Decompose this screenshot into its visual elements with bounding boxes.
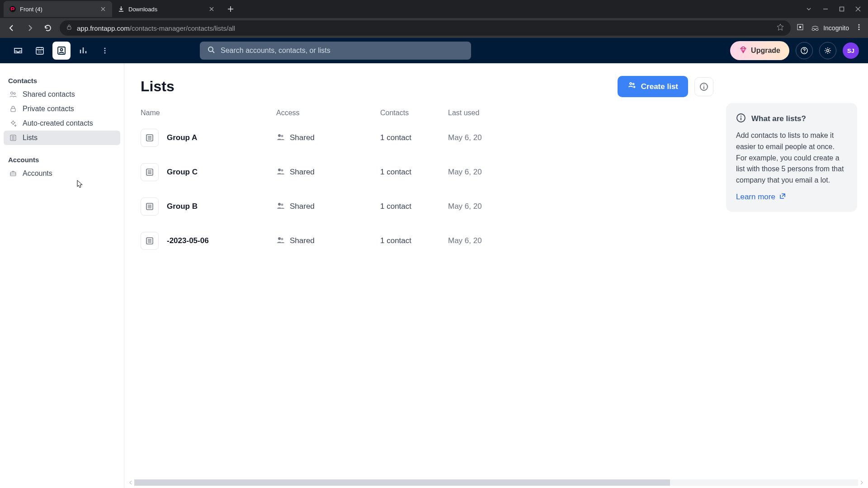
upgrade-label: Upgrade xyxy=(751,47,780,55)
svg-rect-2 xyxy=(67,27,71,29)
svg-point-40 xyxy=(278,237,281,240)
people-icon xyxy=(276,201,285,212)
scrollbar-thumb[interactable] xyxy=(134,479,670,486)
table-row[interactable]: Group A Shared 1 contact May 6, 20 xyxy=(141,121,713,155)
svg-point-16 xyxy=(104,52,106,54)
nav-calendar-icon[interactable]: 31 xyxy=(31,42,49,60)
maximize-icon[interactable] xyxy=(839,6,844,12)
scroll-left-icon[interactable] xyxy=(127,479,134,486)
upgrade-button[interactable]: Upgrade xyxy=(730,41,789,60)
svg-point-21 xyxy=(11,92,13,94)
reload-button[interactable] xyxy=(42,22,54,34)
scroll-right-icon[interactable] xyxy=(858,479,865,486)
app-nav: 31 xyxy=(9,42,114,60)
sidebar: Contacts Shared contacts Private contact… xyxy=(0,63,124,488)
row-contacts: 1 contact xyxy=(380,133,448,142)
svg-point-37 xyxy=(278,203,281,206)
tab-strip: Front (4) Downloads xyxy=(0,0,868,18)
help-button[interactable] xyxy=(796,42,813,59)
app-body: Contacts Shared contacts Private contact… xyxy=(0,63,868,488)
nav-more-icon[interactable] xyxy=(96,42,114,60)
people-icon xyxy=(276,235,285,247)
extensions-icon[interactable] xyxy=(796,23,804,33)
row-last-used: May 6, 20 xyxy=(448,202,507,211)
svg-point-14 xyxy=(104,48,106,49)
row-last-used: May 6, 20 xyxy=(448,133,507,142)
close-icon[interactable] xyxy=(208,5,215,13)
sidebar-item-shared-contacts[interactable]: Shared contacts xyxy=(4,87,120,102)
star-icon[interactable] xyxy=(776,23,784,33)
search-box[interactable] xyxy=(200,42,471,60)
svg-point-8 xyxy=(859,27,860,28)
incognito-label: Incognito xyxy=(823,24,849,32)
sparkle-icon xyxy=(9,119,17,127)
svg-point-27 xyxy=(632,83,634,84)
content-area: Lists Create list Name Access Contacts L… xyxy=(141,76,713,488)
row-access: Shared xyxy=(290,133,315,142)
search-input[interactable] xyxy=(221,47,464,55)
close-icon[interactable] xyxy=(99,5,107,13)
nav-contacts-icon[interactable] xyxy=(52,42,71,60)
close-window-icon[interactable] xyxy=(855,6,861,12)
page-title: Lists xyxy=(141,78,175,95)
svg-point-29 xyxy=(703,84,704,85)
sidebar-item-label: Accounts xyxy=(23,169,52,178)
chevron-down-icon[interactable] xyxy=(806,6,812,12)
external-link-icon xyxy=(779,192,786,202)
sidebar-item-accounts[interactable]: Accounts xyxy=(4,166,120,181)
svg-point-9 xyxy=(859,29,860,30)
list-icon xyxy=(141,232,159,250)
menu-icon[interactable] xyxy=(855,23,863,33)
hint-card: What are lists? Add contacts to lists to… xyxy=(726,103,857,212)
lock-icon xyxy=(66,24,72,32)
list-icon xyxy=(141,129,159,147)
row-access: Shared xyxy=(290,168,315,177)
browser-toolbar: app.frontapp.com/contacts-manager/contac… xyxy=(0,18,868,38)
col-name: Name xyxy=(141,109,276,117)
new-tab-button[interactable] xyxy=(224,3,237,15)
create-list-button[interactable]: Create list xyxy=(618,76,688,97)
tab-downloads[interactable]: Downloads xyxy=(112,1,221,17)
sidebar-item-lists[interactable]: Lists xyxy=(4,131,120,145)
sidebar-item-auto-created[interactable]: Auto-created contacts xyxy=(4,116,120,131)
row-access: Shared xyxy=(290,236,315,245)
lists-table: Name Access Contacts Last used Group A S… xyxy=(141,105,713,258)
table-row[interactable]: Group C Shared 1 contact May 6, 20 xyxy=(141,155,713,189)
learn-more-link[interactable]: Learn more xyxy=(736,192,847,202)
table-row[interactable]: Group B Shared 1 contact May 6, 20 xyxy=(141,189,713,224)
minimize-icon[interactable] xyxy=(823,6,828,12)
settings-button[interactable] xyxy=(819,42,836,59)
svg-point-31 xyxy=(278,134,281,137)
scrollbar-track[interactable] xyxy=(134,479,858,486)
nav-analytics-icon[interactable] xyxy=(74,42,92,60)
create-list-label: Create list xyxy=(641,82,678,91)
incognito-indicator[interactable]: Incognito xyxy=(811,23,849,33)
svg-point-7 xyxy=(859,24,860,26)
tab-front[interactable]: Front (4) xyxy=(4,1,112,17)
title-row: Lists Create list xyxy=(141,76,713,97)
address-bar[interactable]: app.frontapp.com/contacts-manager/contac… xyxy=(60,20,791,36)
horizontal-scrollbar[interactable] xyxy=(127,479,865,486)
info-button[interactable] xyxy=(694,77,713,96)
svg-point-15 xyxy=(104,50,106,52)
svg-point-38 xyxy=(281,203,283,206)
table-row[interactable]: -2023-05-06 Shared 1 contact May 6, 20 xyxy=(141,224,713,258)
sidebar-item-private-contacts[interactable]: Private contacts xyxy=(4,102,120,116)
nav-inbox-icon[interactable] xyxy=(9,42,27,60)
header-right: Upgrade SJ xyxy=(730,41,859,60)
browser-chrome: Front (4) Downloads xyxy=(0,0,868,38)
svg-rect-4 xyxy=(799,26,801,28)
svg-rect-1 xyxy=(840,7,844,11)
avatar-initials: SJ xyxy=(847,47,854,54)
back-button[interactable] xyxy=(5,22,18,34)
forward-button[interactable] xyxy=(24,22,36,34)
list-icon xyxy=(9,134,17,142)
avatar[interactable]: SJ xyxy=(843,42,859,59)
row-last-used: May 6, 20 xyxy=(448,236,507,245)
toolbar-right: Incognito xyxy=(796,23,863,33)
row-name: -2023-05-06 xyxy=(167,236,209,245)
lock-icon xyxy=(9,105,17,113)
svg-point-6 xyxy=(816,28,818,31)
create-list-icon xyxy=(627,81,637,92)
app-header: 31 Upgrade SJ xyxy=(0,38,868,63)
